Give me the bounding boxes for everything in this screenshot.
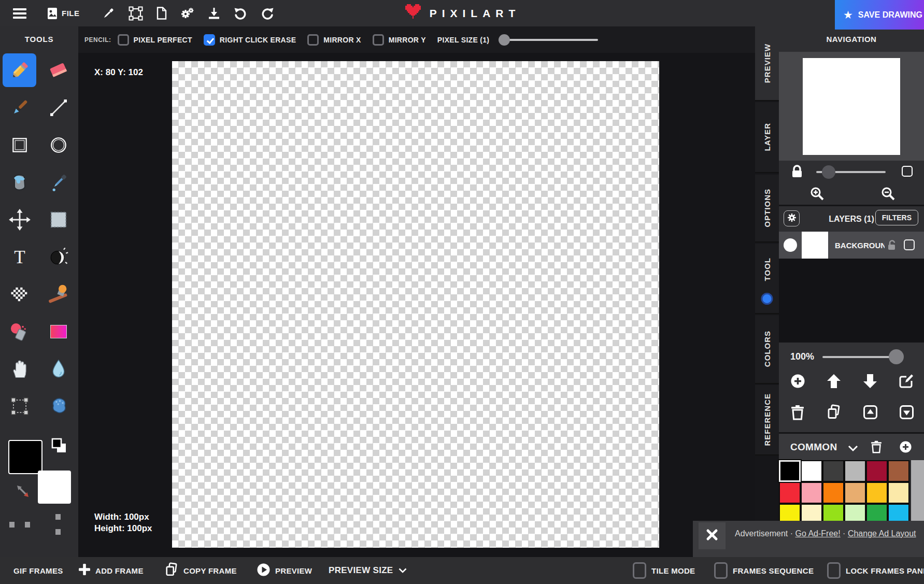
go-ad-free-link[interactable]: Go Ad-Free! xyxy=(795,529,841,538)
redo-button[interactable] xyxy=(254,0,281,26)
tool-rectangle-button[interactable] xyxy=(3,128,36,162)
tool-line-button[interactable] xyxy=(41,91,75,124)
chevron-down-icon[interactable] xyxy=(848,444,858,453)
tool-brush-button[interactable] xyxy=(3,91,36,124)
menu-button[interactable] xyxy=(6,0,33,26)
tab-preview[interactable]: PREVIEW xyxy=(755,26,779,101)
lock-frames-panel-checkbox[interactable] xyxy=(827,562,841,579)
option-right-click-erase[interactable]: RIGHT CLICK ERASE xyxy=(204,34,296,46)
tile-mode-toggle[interactable]: TILE MODE xyxy=(633,557,695,584)
dropper-tool-button[interactable] xyxy=(95,0,122,26)
zoom-in-icon[interactable] xyxy=(810,187,825,203)
tab-colors[interactable]: COLORS xyxy=(755,315,779,384)
settings-button[interactable] xyxy=(174,0,201,26)
pixel-size-slider-track[interactable] xyxy=(499,39,598,41)
mirror-x-checkbox[interactable] xyxy=(307,34,319,46)
close-ad-button[interactable] xyxy=(699,522,726,549)
delete-layer-button[interactable] xyxy=(786,404,809,422)
save-drawing-button[interactable]: ★ SAVE DRAWING xyxy=(835,0,924,30)
tile-mode-checkbox[interactable] xyxy=(633,562,646,579)
primary-color-swatch[interactable] xyxy=(8,440,42,474)
palette-swatch[interactable] xyxy=(866,482,888,504)
duplicate-layer-button[interactable] xyxy=(822,404,845,422)
palette-swatch[interactable] xyxy=(866,460,888,482)
tab-tool[interactable]: TOOL xyxy=(755,244,779,314)
layer-row-background[interactable]: BACKGROUND xyxy=(779,232,924,259)
tool-shape-button[interactable] xyxy=(41,389,75,423)
mirror-y-checkbox[interactable] xyxy=(373,34,384,46)
frames-sequence-checkbox[interactable] xyxy=(714,562,728,579)
palette-swatch[interactable] xyxy=(888,460,909,482)
layer-select-checkbox[interactable] xyxy=(904,239,915,250)
preview-button[interactable]: PREVIEW xyxy=(257,557,312,584)
drawing-canvas[interactable] xyxy=(172,61,659,548)
unlock-icon[interactable] xyxy=(887,240,897,253)
add-color-icon[interactable] xyxy=(900,441,912,455)
palette-swatch[interactable] xyxy=(844,482,866,504)
gif-frames-button[interactable]: GIF FRAMES xyxy=(13,557,63,584)
resize-diagonal-icon[interactable] xyxy=(16,484,30,501)
zoom-out-icon[interactable] xyxy=(881,187,895,203)
lock-frames-panel-toggle[interactable]: LOCK FRAMES PANEL xyxy=(827,557,924,584)
tab-reference[interactable]: REFERENCE xyxy=(755,385,779,455)
pixel-size-slider[interactable] xyxy=(499,34,598,46)
transform-button[interactable] xyxy=(122,0,150,26)
tab-layer[interactable]: LAYER xyxy=(755,102,779,173)
layer-visibility-toggle[interactable] xyxy=(784,238,797,252)
undo-button[interactable] xyxy=(227,0,254,26)
tool-color-picker-button[interactable] xyxy=(41,165,75,199)
layer-opacity-slider-knob[interactable] xyxy=(889,349,904,364)
change-ad-layout-link[interactable]: Change Ad Layout xyxy=(848,529,916,538)
palette-swatch[interactable] xyxy=(844,460,866,482)
palette-swatch[interactable] xyxy=(801,460,822,482)
layer-opacity-slider-track[interactable] xyxy=(822,356,895,358)
swap-colors-icon[interactable] xyxy=(52,438,66,453)
tool-select-button[interactable] xyxy=(41,203,75,236)
tool-move-button[interactable] xyxy=(3,203,36,236)
rename-layer-button[interactable] xyxy=(895,373,918,391)
navigation-preview-image[interactable] xyxy=(803,58,900,155)
palette-swatch[interactable] xyxy=(801,482,822,504)
filters-button[interactable]: FILTERS xyxy=(875,210,918,225)
download-button[interactable] xyxy=(201,0,227,26)
new-page-button[interactable] xyxy=(150,0,174,26)
palette-swatch[interactable] xyxy=(888,482,909,504)
tool-bucket-button[interactable] xyxy=(3,165,36,199)
delete-palette-icon[interactable] xyxy=(871,440,882,455)
palette-swatch[interactable] xyxy=(822,482,844,504)
merge-layer-down-button[interactable] xyxy=(895,404,918,422)
move-layer-down-button[interactable] xyxy=(859,373,882,391)
palette-swatch[interactable] xyxy=(822,460,844,482)
tool-text-button[interactable]: T xyxy=(3,240,36,274)
option-mirror-y[interactable]: MIRROR Y xyxy=(373,34,426,46)
tool-eraser-button[interactable] xyxy=(41,53,75,87)
fit-view-button[interactable] xyxy=(902,166,913,177)
navigation-zoom-slider-knob[interactable] xyxy=(822,165,835,179)
tool-dither-button[interactable] xyxy=(3,277,36,311)
tool-blur-button[interactable] xyxy=(41,352,75,386)
option-pixel-perfect[interactable]: PIXEL PERFECT xyxy=(118,34,192,46)
palette-swatch[interactable] xyxy=(779,460,801,482)
pixel-perfect-checkbox[interactable] xyxy=(118,34,129,46)
tool-lasso-button[interactable] xyxy=(3,389,36,423)
secondary-color-swatch[interactable] xyxy=(38,471,71,504)
file-menu-button[interactable]: FILE xyxy=(40,0,87,26)
tool-chalk-button[interactable] xyxy=(3,315,36,348)
tool-stamp-button[interactable] xyxy=(41,277,75,311)
palette-swatch[interactable] xyxy=(779,482,801,504)
add-frame-button[interactable]: ADD FRAME xyxy=(79,557,144,584)
preview-size-dropdown[interactable]: PREVIEW SIZE xyxy=(329,557,407,584)
tool-shade-button[interactable] xyxy=(41,240,75,274)
right-click-erase-checkbox[interactable] xyxy=(204,34,215,46)
tool-gradient-button[interactable] xyxy=(41,315,75,348)
pixel-size-slider-knob[interactable] xyxy=(499,34,510,46)
tab-options[interactable]: OPTIONS xyxy=(755,175,779,243)
copy-frame-button[interactable]: COPY FRAME xyxy=(165,557,237,584)
frames-sequence-toggle[interactable]: FRAMES SEQUENCE xyxy=(714,557,814,584)
tool-pan-button[interactable] xyxy=(3,352,36,386)
lock-icon[interactable] xyxy=(791,165,803,180)
add-layer-button[interactable] xyxy=(786,373,809,391)
option-mirror-x[interactable]: MIRROR X xyxy=(307,34,361,46)
tool-ellipse-button[interactable] xyxy=(41,128,75,162)
move-layer-up-button[interactable] xyxy=(822,373,845,391)
